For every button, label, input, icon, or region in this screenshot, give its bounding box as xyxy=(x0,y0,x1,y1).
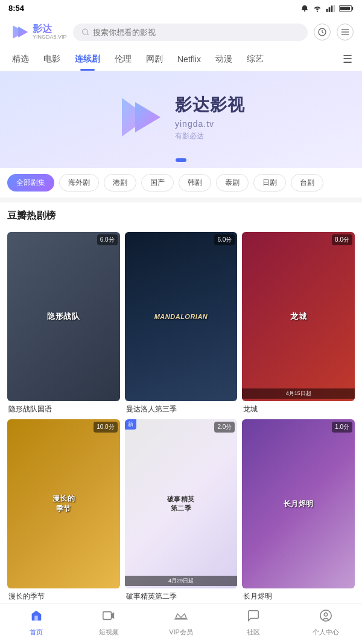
movie-card-5[interactable]: 破事精英第二季 新 2.0分 4月29日起 破事精英第二季 xyxy=(125,419,238,602)
tab-jingxuan[interactable]: 精选 xyxy=(5,48,36,71)
tag-all[interactable]: 全部剧集 xyxy=(7,174,54,192)
status-time: 8:54 xyxy=(8,4,24,13)
shortvideo-icon xyxy=(102,609,115,626)
search-icon xyxy=(81,28,89,36)
nav-vip[interactable]: VIP会员 xyxy=(163,609,199,637)
header-icons xyxy=(314,24,354,40)
logo-text: 影达 YINGDA5.VIP xyxy=(33,24,67,40)
movie-thumb-1: 隐形战队 xyxy=(7,232,120,401)
tag-tai[interactable]: 泰剧 xyxy=(216,174,249,192)
community-icon xyxy=(247,609,260,626)
dot-1 xyxy=(176,158,186,162)
new-badge-5: 新 xyxy=(125,419,136,430)
nav-community-label: 社区 xyxy=(247,628,260,637)
svg-rect-3 xyxy=(331,5,333,12)
status-icons xyxy=(300,4,354,13)
tab-lunli[interactable]: 伦理 xyxy=(107,48,139,71)
home-icon xyxy=(30,609,43,626)
search-bar[interactable] xyxy=(73,24,308,41)
banner-text: 影达影视 yingda.tv 有影必达 xyxy=(175,94,245,141)
logo[interactable]: 影达 YINGDA5.VIP xyxy=(8,21,67,43)
nav-community[interactable]: 社区 xyxy=(235,609,272,637)
history-icon xyxy=(317,27,327,37)
svg-rect-7 xyxy=(340,7,351,10)
score-badge-5: 2.0分 xyxy=(214,422,235,433)
svg-point-22 xyxy=(320,610,331,621)
svg-point-10 xyxy=(82,29,87,34)
banner-subtitle: yingda.tv xyxy=(175,119,245,129)
tag-taiw[interactable]: 台剧 xyxy=(291,174,323,192)
score-badge-6: 1.0分 xyxy=(332,422,352,433)
vip-icon xyxy=(174,609,188,626)
svg-rect-2 xyxy=(329,7,331,12)
svg-rect-4 xyxy=(334,5,335,12)
tag-haiwai[interactable]: 海外剧 xyxy=(59,174,99,192)
movie-card-6[interactable]: 长月烬明 1.0分 长月烬明 xyxy=(242,419,355,602)
score-badge-4: 10.0分 xyxy=(94,422,117,433)
nav-shortvideo-label: 短视频 xyxy=(99,628,119,637)
menu-icon-btn[interactable] xyxy=(337,24,354,40)
banner-content: 影达影视 yingda.tv 有影必达 xyxy=(117,93,245,141)
hamburger-icon xyxy=(340,27,350,37)
nav-tabs: 精选 电影 连续剧 伦理 网剧 Netflix 动漫 综艺 ☰ xyxy=(0,48,362,71)
tab-wangju[interactable]: 网剧 xyxy=(139,48,170,71)
movie-card-2[interactable]: MANDALORIAN 6.0分 曼达洛人第三季 xyxy=(125,232,238,414)
score-badge-2: 6.0分 xyxy=(214,234,235,245)
banner-dots xyxy=(176,158,186,162)
movie-card-3[interactable]: 龙城 8.0分 4月15日起 龙城 xyxy=(242,232,355,414)
svg-marker-9 xyxy=(18,27,28,37)
profile-icon xyxy=(319,609,332,626)
nav-more-menu[interactable]: ☰ xyxy=(338,48,357,71)
tag-gang[interactable]: 港剧 xyxy=(104,174,136,192)
nav-profile-label: 个人中心 xyxy=(313,628,339,637)
nav-home[interactable]: 首页 xyxy=(18,609,54,637)
logo-sub: YINGDA5.VIP xyxy=(33,34,67,40)
tab-zongyi[interactable]: 综艺 xyxy=(240,48,271,71)
tab-dianying[interactable]: 电影 xyxy=(36,48,68,71)
tab-netflix[interactable]: Netflix xyxy=(170,48,208,70)
movie-name-1: 隐形战队国语 xyxy=(7,404,120,414)
tag-guochan[interactable]: 国产 xyxy=(141,174,174,192)
signal-icon xyxy=(326,5,335,12)
movie-name-5: 破事精英第二季 xyxy=(125,591,238,602)
movie-thumb-6: 长月烬明 xyxy=(242,419,355,588)
logo-main: 影达 xyxy=(33,24,67,34)
search-input[interactable] xyxy=(93,28,299,37)
banner-title: 影达影视 xyxy=(175,94,245,117)
wifi-icon xyxy=(313,5,322,12)
tag-han[interactable]: 韩剧 xyxy=(179,174,211,192)
douban-section-title: 豆瓣热剧榜 xyxy=(7,210,355,222)
tab-dongman[interactable]: 动漫 xyxy=(208,48,240,71)
history-icon-btn[interactable] xyxy=(314,24,331,40)
svg-line-11 xyxy=(87,34,88,35)
svg-rect-6 xyxy=(352,7,353,10)
movie-name-2: 曼达洛人第三季 xyxy=(125,404,238,414)
banner-logo-icon xyxy=(117,93,165,141)
logo-icon xyxy=(8,21,30,43)
svg-rect-1 xyxy=(326,8,328,11)
svg-marker-17 xyxy=(135,102,160,132)
nav-profile[interactable]: 个人中心 xyxy=(308,609,344,637)
movie-thumb-5: 破事精英第二季 xyxy=(125,419,238,588)
movie-thumb-3: 龙城 xyxy=(242,232,355,401)
banner-tagline: 有影必达 xyxy=(175,131,245,141)
nav-shortvideo[interactable]: 短视频 xyxy=(91,609,127,637)
tab-lianxuju[interactable]: 连续剧 xyxy=(68,48,107,71)
score-badge-1: 6.0分 xyxy=(97,234,118,245)
air-date-3: 4月15日起 xyxy=(242,388,355,399)
douban-section: 豆瓣热剧榜 xyxy=(0,202,362,232)
filter-tags: 全部剧集 海外剧 港剧 国产 韩剧 泰剧 日剧 台剧 xyxy=(0,168,362,198)
nav-home-label: 首页 xyxy=(30,628,43,637)
notification-icon xyxy=(300,4,309,13)
movie-card-4[interactable]: 漫长的季节 10.0分 漫长的季节 xyxy=(7,419,120,602)
movie-name-3: 龙城 xyxy=(242,404,355,414)
nav-vip-label: VIP会员 xyxy=(169,628,193,637)
score-badge-3: 8.0分 xyxy=(332,234,352,245)
movie-card-1[interactable]: 隐形战队 6.0分 隐形战队国语 xyxy=(7,232,120,414)
movie-thumb-2: MANDALORIAN xyxy=(125,232,238,401)
douban-movie-grid: 隐形战队 6.0分 隐形战队国语 MANDALORIAN 6.0分 曼达洛人第三… xyxy=(0,232,362,607)
battery-icon xyxy=(339,5,354,12)
status-bar: 8:54 xyxy=(0,0,362,16)
tag-ri[interactable]: 日剧 xyxy=(253,174,286,192)
movie-name-4: 漫长的季节 xyxy=(7,591,120,602)
